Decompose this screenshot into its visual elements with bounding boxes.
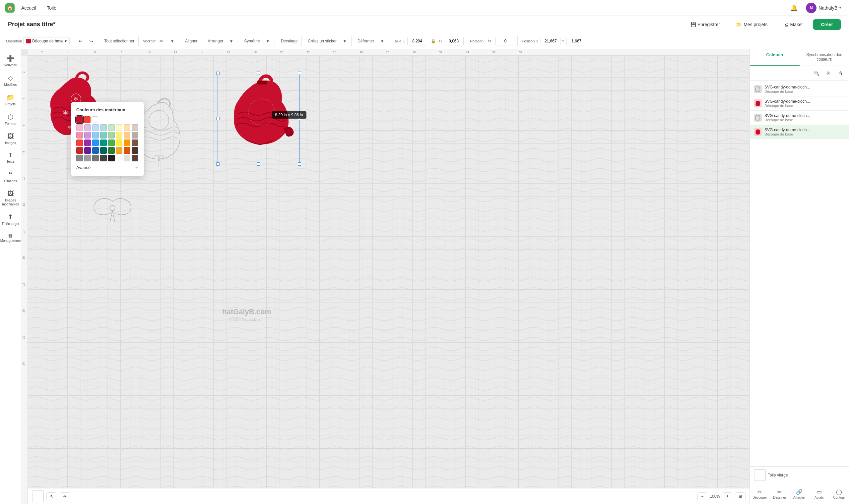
aligner-button[interactable]: Aligner bbox=[183, 36, 199, 46]
modifier-chevron-button[interactable]: ▾ bbox=[168, 36, 177, 46]
zoom-out-button[interactable]: − bbox=[697, 492, 707, 500]
swatch-26[interactable] bbox=[84, 147, 91, 154]
copy-layers-button[interactable]: ⎘ bbox=[824, 69, 833, 78]
save-button[interactable]: 💾 Enregistrer bbox=[685, 19, 726, 30]
swatch-16[interactable] bbox=[132, 132, 138, 139]
advanced-row[interactable]: Avancé + bbox=[76, 164, 139, 171]
symetrie-button[interactable]: Symétrie bbox=[242, 36, 262, 46]
swatch-white[interactable] bbox=[91, 116, 98, 123]
layer-item-1[interactable]: SVG-candy-dome-cloch... Découpe de base bbox=[750, 82, 849, 96]
swatch-31[interactable] bbox=[124, 147, 130, 154]
swatch-20[interactable] bbox=[100, 140, 107, 146]
swatch-21[interactable] bbox=[108, 140, 115, 146]
swatch-35[interactable] bbox=[92, 155, 99, 161]
notification-bell[interactable]: 🔔 bbox=[789, 3, 799, 13]
canvas-color-swatch[interactable] bbox=[754, 469, 766, 481]
nav-accueil[interactable]: Accueil bbox=[17, 4, 40, 12]
swatch-6[interactable] bbox=[116, 124, 122, 131]
mes-projets-button[interactable]: 📁 Mes projets bbox=[730, 19, 774, 30]
swatch-40[interactable] bbox=[132, 155, 138, 161]
swatch-27[interactable] bbox=[92, 147, 99, 154]
sidebar-item-modeles[interactable]: ◇ Modèles bbox=[1, 71, 20, 89]
lock-icon[interactable]: 🔒 bbox=[429, 36, 438, 46]
swatch-8[interactable] bbox=[132, 124, 138, 131]
swatch-14[interactable] bbox=[116, 132, 122, 139]
sidebar-item-monogramme[interactable]: ▦ Monogramme bbox=[1, 230, 20, 246]
deformer-button[interactable]: Déformer bbox=[356, 36, 376, 46]
swatch-32[interactable] bbox=[132, 147, 138, 154]
modifier-pencil-button[interactable]: ✏ bbox=[157, 36, 166, 46]
operation-select[interactable]: Découpe de base ▾ bbox=[23, 37, 70, 45]
delete-layers-button[interactable]: 🗑 bbox=[836, 69, 845, 78]
swatch-5[interactable] bbox=[108, 124, 115, 131]
swatch-9[interactable] bbox=[76, 132, 83, 139]
swatch-red-selected[interactable] bbox=[76, 116, 83, 123]
bottom-color-swatch[interactable] bbox=[32, 490, 44, 502]
decalage-button[interactable]: Décalage bbox=[279, 36, 300, 46]
color-picker-popup[interactable]: Couleurs des matériaux bbox=[71, 102, 144, 176]
rotation-icon[interactable]: ↻ bbox=[485, 36, 494, 46]
swatch-37[interactable] bbox=[108, 155, 115, 161]
nav-toile[interactable]: Toile bbox=[43, 4, 60, 12]
layer-item-3[interactable]: SVG-candy-dome-cloch... Découpe de base bbox=[750, 111, 849, 125]
search-layers-button[interactable]: 🔍 bbox=[812, 69, 821, 78]
undo-button[interactable]: ↩ bbox=[76, 36, 85, 46]
swatch-22[interactable] bbox=[116, 140, 122, 146]
swatch-15[interactable] bbox=[124, 132, 130, 139]
swatch-12[interactable] bbox=[100, 132, 107, 139]
x-input[interactable] bbox=[541, 37, 560, 46]
swatch-18[interactable] bbox=[84, 140, 91, 146]
redo-button[interactable]: ↪ bbox=[87, 36, 96, 46]
swatch-25[interactable] bbox=[76, 147, 83, 154]
arranger-chevron-icon[interactable]: ▾ bbox=[226, 36, 236, 46]
swatch-30[interactable] bbox=[116, 147, 122, 154]
swatch-24[interactable] bbox=[132, 140, 138, 146]
layer-item-2[interactable]: SVG-candy-dome-cloch... Découpe de base bbox=[750, 96, 849, 111]
sticker-chevron-icon[interactable]: ▾ bbox=[340, 36, 349, 46]
select-all-button[interactable]: Tout sélectionner bbox=[102, 36, 136, 46]
canvas-content[interactable]: ✻ ✻ ✻ ✻ bbox=[28, 56, 749, 488]
y-input[interactable] bbox=[567, 37, 586, 46]
rotation-input[interactable] bbox=[496, 37, 515, 46]
swatch-1[interactable] bbox=[76, 124, 83, 131]
sidebar-item-citations[interactable]: ❝ Citations bbox=[1, 168, 20, 186]
sidebar-item-formes[interactable]: ⬡ Formes bbox=[1, 110, 20, 129]
sidebar-item-nouveau[interactable]: ➕ Nouveau bbox=[1, 52, 20, 70]
arranger-button[interactable]: Arranger bbox=[206, 36, 226, 46]
swatch-29[interactable] bbox=[108, 147, 115, 154]
swatch-36[interactable] bbox=[100, 155, 107, 161]
swatch-4[interactable] bbox=[100, 124, 107, 131]
swatch-11[interactable] bbox=[92, 132, 99, 139]
tab-calques[interactable]: Calques bbox=[750, 49, 800, 66]
app-logo[interactable]: 🏠 bbox=[5, 3, 15, 13]
dessiner-button[interactable]: ✏ Dessiner bbox=[770, 487, 790, 501]
sidebar-item-images-modif[interactable]: 🖼 Imagesmodifiables bbox=[1, 187, 20, 209]
advanced-plus-icon[interactable]: + bbox=[135, 164, 139, 171]
swatch-3[interactable] bbox=[92, 124, 99, 131]
creer-button[interactable]: Créer bbox=[813, 19, 841, 30]
swatch-39[interactable] bbox=[124, 155, 130, 161]
swatch-34[interactable] bbox=[84, 155, 91, 161]
canvas-area[interactable]: 2 4 6 8 10 12 14 16 18 20 22 24 26 28 30… bbox=[21, 49, 749, 504]
sticker-button[interactable]: Créez un sticker bbox=[306, 36, 339, 46]
width-input[interactable] bbox=[407, 37, 427, 46]
swatch-7[interactable] bbox=[124, 124, 130, 131]
attacher-button[interactable]: 🔗 Attacher bbox=[790, 487, 810, 501]
displace-button[interactable]: ↖ bbox=[47, 492, 57, 500]
height-input[interactable] bbox=[444, 37, 464, 46]
swatch-33[interactable] bbox=[76, 155, 83, 161]
deformer-chevron-icon[interactable]: ▾ bbox=[377, 36, 387, 46]
swatch-28[interactable] bbox=[100, 147, 107, 154]
layer-item-4[interactable]: SVG-candy-dome-cloch... Découpe de base bbox=[750, 125, 849, 139]
swatch-17[interactable] bbox=[76, 140, 83, 146]
swatch-2[interactable] bbox=[84, 124, 91, 131]
swatch-red2[interactable] bbox=[84, 116, 90, 123]
aplatir-button[interactable]: ▭ Aplatir bbox=[809, 487, 829, 501]
contour-button[interactable]: ◯ Contour bbox=[829, 487, 849, 501]
swatch-13[interactable] bbox=[108, 132, 115, 139]
decouper-button[interactable]: ✂ Découper bbox=[750, 487, 770, 501]
sidebar-item-telecharger[interactable]: ⬆ Télécharger bbox=[1, 211, 20, 229]
sidebar-item-texte[interactable]: T Texte bbox=[1, 149, 20, 166]
swatch-19[interactable] bbox=[92, 140, 99, 146]
sidebar-item-images[interactable]: 🖼 Images bbox=[1, 130, 20, 148]
